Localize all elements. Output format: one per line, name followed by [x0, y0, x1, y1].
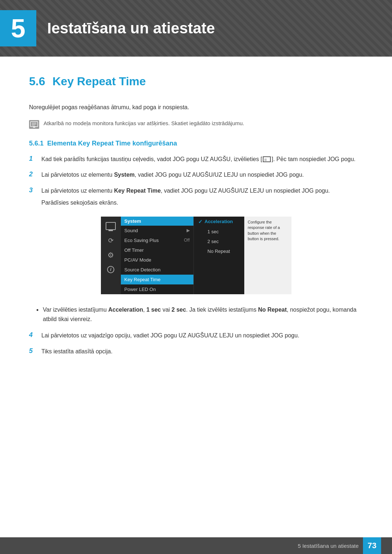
- steps-list: 1 Kad tiek parādīts funkcijas taustiņu c…: [29, 155, 363, 208]
- step-item-5: 5 Tiks iestatīta atlasītā opcija.: [29, 347, 363, 356]
- info-icon-small: i: [107, 266, 114, 273]
- screen-submenu: ✓ Acceleration 1 sec 2 sec No Repeat: [193, 217, 244, 294]
- menu-item-offtimer[interactable]: Off Timer: [121, 245, 193, 255]
- step-item-3: 3 Lai pārvietotos uz elementu Key Repeat…: [29, 186, 363, 208]
- sidebar-arrow-icon: ⟳: [105, 235, 117, 246]
- menu-item-keyrepeat[interactable]: Key Repeat Time: [121, 275, 193, 284]
- menu-item-source-label: Source Detection: [124, 267, 161, 272]
- bullet-item-1: Var izvēlēties iestatījumu Acceleration,…: [36, 305, 363, 324]
- chapter-title: Iestatīšana un atiestate: [47, 20, 215, 37]
- menu-item-sound-label: Sound: [124, 228, 138, 233]
- step-text-3: Lai pārvietotos uz elementu Key Repeat T…: [41, 186, 330, 208]
- section-number: 5.6: [29, 75, 45, 88]
- no-checkmark: [198, 229, 205, 234]
- gear-icon-small: ⚙: [107, 251, 114, 259]
- sidebar-gear-icon: ⚙: [105, 250, 117, 260]
- screen-sidebar: ⟳ ⚙ i: [101, 217, 121, 294]
- submenu-1sec-label: 1 sec: [208, 229, 219, 234]
- description-text: Noregulējiet pogas reaģēšanas ātrumu, ka…: [29, 103, 363, 112]
- step-text-1: Kad tiek parādīts funkcijas taustiņu ceļ…: [41, 155, 356, 164]
- subsection-title-text: Elementa Key Repeat Time konfigurēšana: [47, 140, 177, 147]
- screen-tooltip: Configure the response rate of a button …: [244, 217, 291, 294]
- step-number-3: 3: [29, 186, 36, 194]
- note-text: Atkarībā no modeļa monitora funkcijas va…: [44, 119, 244, 128]
- menu-item-eco-label: Eco Saving Plus: [124, 238, 159, 243]
- menu-item-eco[interactable]: Eco Saving Plus Off: [121, 235, 193, 245]
- note-icon: [29, 120, 39, 129]
- step-number-1: 1: [29, 155, 36, 163]
- submenu-norepeat[interactable]: No Repeat: [194, 246, 244, 256]
- page-footer: 5 Iestatīšana un atiestate 73: [0, 537, 392, 554]
- step-number-5: 5: [29, 347, 36, 355]
- menu-item-offtimer-label: Off Timer: [124, 247, 144, 253]
- no-checkmark-3: [198, 249, 205, 254]
- submenu-acceleration[interactable]: ✓ Acceleration: [194, 217, 244, 227]
- menu-item-sound[interactable]: Sound ▶: [121, 226, 193, 235]
- page-header: 5 Iestatīšana un atiestate: [0, 0, 392, 57]
- step-item-2: 2 Lai pārvietotos uz elementu System, va…: [29, 170, 363, 180]
- step-text-4: Lai pārvietotos uz vajadzīgo opciju, vad…: [41, 331, 299, 340]
- monitor-icon-small: [106, 222, 116, 230]
- step-text-2: Lai pārvietotos uz elementu System, vadi…: [41, 170, 304, 180]
- chapter-number: 5: [11, 15, 25, 41]
- steps-list-2: 4 Lai pārvietotos uz vajadzīgo opciju, v…: [29, 331, 363, 356]
- footer-text: 5 Iestatīšana un atiestate: [298, 543, 359, 549]
- screen-wrapper: ⟳ ⚙ i System Sound ▶ Eco Sa: [101, 217, 291, 294]
- menu-item-pcav-label: PC/AV Mode: [124, 257, 151, 263]
- menu-items: Sound ▶ Eco Saving Plus Off Off Timer PC…: [121, 226, 193, 294]
- checkmark-icon: ✓: [198, 219, 203, 225]
- footer-page-number: 73: [363, 537, 381, 554]
- submenu-2sec-label: 2 sec: [208, 239, 219, 244]
- menu-item-pcav[interactable]: PC/AV Mode: [121, 255, 193, 265]
- step-item-4: 4 Lai pārvietotos uz vajadzīgo opciju, v…: [29, 331, 363, 340]
- note-box: Atkarībā no modeļa monitora funkcijas va…: [29, 119, 363, 129]
- step-number-2: 2: [29, 171, 36, 178]
- subsection-title: 5.6.1 Elementa Key Repeat Time konfigurē…: [29, 140, 363, 147]
- step-number-4: 4: [29, 331, 36, 339]
- menu-item-sound-value: ▶: [187, 228, 190, 233]
- submenu-1sec[interactable]: 1 sec: [194, 227, 244, 237]
- screen-simulation: ⟳ ⚙ i System Sound ▶ Eco Sa: [29, 217, 363, 294]
- submenu-acceleration-label: Acceleration: [205, 219, 233, 224]
- tooltip-text: Configure the response rate of a button …: [248, 220, 280, 241]
- menu-item-powerled-label: Power LED On: [124, 287, 156, 292]
- menu-item-eco-value: Off: [184, 238, 190, 243]
- step-item-1: 1 Kad tiek parādīts funkcijas taustiņu c…: [29, 155, 363, 164]
- sidebar-monitor-icon: [105, 221, 117, 231]
- menu-item-source[interactable]: Source Detection: [121, 265, 193, 275]
- screen-menu: System Sound ▶ Eco Saving Plus Off Off T…: [121, 217, 193, 294]
- sidebar-info-icon: i: [105, 264, 117, 275]
- submenu-norepeat-label: No Repeat: [208, 249, 230, 254]
- section-title-text: Key Repeat Time: [52, 75, 146, 88]
- main-content: 5.6Key Repeat Time Noregulējiet pogas re…: [0, 57, 392, 399]
- chapter-number-box: 5: [0, 10, 36, 46]
- subsection-number: 5.6.1: [29, 140, 44, 147]
- submenu-2sec[interactable]: 2 sec: [194, 237, 244, 246]
- section-title: 5.6Key Repeat Time: [29, 75, 363, 92]
- bullet-list: Var izvēlēties iestatījumu Acceleration,…: [36, 305, 363, 324]
- arrow-icon-small: ⟳: [108, 237, 114, 245]
- menu-item-powerled[interactable]: Power LED On: [121, 284, 193, 294]
- menu-item-keyrepeat-label: Key Repeat Time: [124, 277, 161, 282]
- step-text-5: Tiks iestatīta atlasītā opcija.: [41, 347, 113, 356]
- menu-header: System: [121, 217, 193, 226]
- menu-icon: [263, 156, 271, 162]
- no-checkmark-2: [198, 239, 205, 244]
